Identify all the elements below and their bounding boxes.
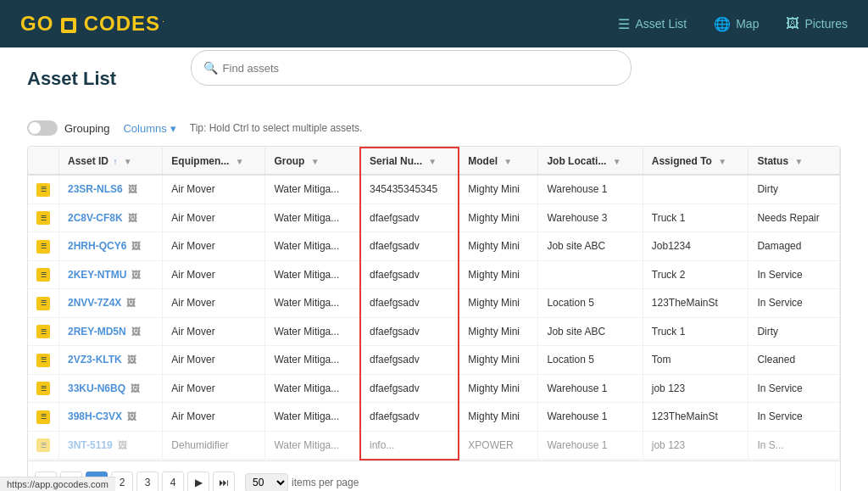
asset-id-cell[interactable]: 2VZ3-KLTK🖼	[59, 346, 163, 375]
assigned-to-cell: job 123	[643, 431, 748, 460]
columns-button[interactable]: Columns ▾	[123, 122, 175, 135]
asset-id-cell[interactable]: 2NVV-7Z4X🖼	[59, 289, 163, 318]
asset-id-value[interactable]: 2REY-MD5N	[68, 326, 126, 338]
filter-icon-model[interactable]: ▼	[504, 157, 512, 166]
equipment-cell: Air Mover	[163, 403, 265, 432]
filter-icon-job-location[interactable]: ▼	[613, 157, 621, 166]
asset-id-value[interactable]: 3NT-5119	[68, 439, 113, 451]
table-row: ☰2KEY-NTMU🖼Air MoverWater Mitiga...dfaef…	[28, 260, 840, 289]
th-assigned-to[interactable]: Assigned To ▼	[643, 148, 748, 175]
status-cell: In S...	[748, 431, 840, 460]
th-equipment[interactable]: Equipmen... ▼	[163, 148, 265, 175]
asset-id-cell[interactable]: 2KEY-NTMU🖼	[59, 260, 163, 289]
per-page-label: items per page	[292, 477, 359, 488]
logo-go: GO	[20, 12, 53, 35]
assigned-to-cell: 123TheMainSt	[643, 403, 748, 432]
page-header-row: Asset List 🔍	[27, 68, 841, 103]
job-location-cell: Warehouse 1	[538, 431, 643, 460]
group-cell: Water Mitiga...	[265, 403, 360, 432]
th-group[interactable]: Group ▼	[265, 148, 360, 175]
nav-map-label: Map	[736, 17, 759, 31]
assigned-to-cell	[643, 175, 748, 204]
th-status[interactable]: Status ▼	[748, 148, 840, 175]
asset-id-cell[interactable]: 23SR-NLS6🖼	[59, 175, 163, 204]
serial-num-cell: dfaefgsadv	[360, 289, 459, 318]
assigned-to-cell: Truck 1	[643, 204, 748, 232]
filter-icon-group[interactable]: ▼	[311, 157, 320, 166]
asset-id-value[interactable]: 2NVV-7Z4X	[68, 297, 121, 309]
tip-text: Tip: Hold Ctrl to select multiple assets…	[190, 122, 363, 134]
job-location-cell: Location 5	[538, 346, 643, 375]
row-icon-cell: ☰	[28, 317, 59, 346]
asset-id-value[interactable]: 2HRH-QCY6	[68, 240, 126, 252]
th-row-icon	[28, 148, 59, 175]
page-last-btn[interactable]: ⏭	[213, 471, 235, 492]
group-cell: Water Mitiga...	[265, 204, 360, 232]
map-icon: 🌐	[714, 16, 731, 32]
nav-asset-list[interactable]: ☰ Asset List	[618, 16, 687, 32]
status-cell: In Service	[748, 374, 840, 403]
nav-map[interactable]: 🌐 Map	[714, 16, 759, 32]
th-asset-id[interactable]: Asset ID ↑ ▼	[59, 148, 163, 175]
assigned-to-cell: Truck 1	[643, 317, 748, 346]
asset-table-wrapper: Asset ID ↑ ▼ Equipmen... ▼ Group ▼ Seria…	[27, 146, 841, 491]
page-next-btn[interactable]: ▶	[187, 471, 209, 492]
filter-icon-serial[interactable]: ▼	[428, 157, 437, 166]
assigned-to-cell: Job1234	[643, 232, 748, 261]
model-cell: Mighty Mini	[459, 289, 538, 318]
asset-icon: ☰	[36, 325, 50, 338]
columns-label: Columns	[123, 122, 166, 135]
group-cell: Water Mitiga...	[265, 232, 360, 261]
asset-list-icon: ☰	[618, 16, 630, 32]
table-row: ☰398H-C3VX🖼Air MoverWater Mitiga...dfaef…	[28, 403, 840, 432]
asset-id-cell[interactable]: 398H-C3VX🖼	[59, 403, 163, 432]
logo: GO CODES .	[20, 12, 164, 36]
grouping-toggle[interactable]	[27, 120, 58, 136]
row-icon-cell: ☰	[28, 374, 59, 403]
grouping-label: Grouping	[64, 122, 109, 135]
url-bar: https://app.gocodes.com	[0, 477, 115, 491]
per-page-dropdown[interactable]: 50 25 100	[245, 473, 288, 492]
th-model[interactable]: Model ▼	[459, 148, 538, 175]
asset-id-cell[interactable]: 2REY-MD5N🖼	[59, 317, 163, 346]
photo-icon: 🖼	[131, 270, 141, 280]
serial-num-cell: dfaefgsadv	[360, 403, 459, 432]
group-cell: Water Mitiga...	[265, 175, 360, 204]
asset-id-value[interactable]: 2KEY-NTMU	[68, 269, 126, 281]
asset-table: Asset ID ↑ ▼ Equipmen... ▼ Group ▼ Seria…	[28, 147, 840, 460]
th-job-location[interactable]: Job Locati... ▼	[538, 148, 643, 175]
asset-id-cell[interactable]: 2C8V-CF8K🖼	[59, 204, 163, 232]
page-3-btn[interactable]: 3	[136, 471, 159, 492]
asset-id-cell[interactable]: 2HRH-QCY6🖼	[59, 232, 163, 261]
asset-id-cell[interactable]: 33KU-N6BQ🖼	[59, 374, 163, 403]
th-serial-num[interactable]: Serial Nu... ▼	[360, 148, 459, 175]
main-content: Asset List 🔍 Grouping Columns ▾ Tip: Hol…	[0, 47, 868, 491]
row-icon-cell: ☰	[28, 346, 59, 375]
asset-id-value[interactable]: 398H-C3VX	[68, 410, 122, 422]
filter-icon-asset-id[interactable]: ▼	[124, 157, 132, 166]
asset-id-value[interactable]: 2C8V-CF8K	[68, 212, 123, 224]
page-4-btn[interactable]: 4	[162, 471, 184, 492]
status-cell: Cleaned	[748, 346, 840, 375]
search-icon: 🔍	[203, 61, 218, 75]
filter-icon-assigned-to[interactable]: ▼	[718, 157, 726, 166]
assigned-to-cell: Truck 2	[643, 260, 748, 289]
status-cell: In Service	[748, 260, 840, 289]
search-input[interactable]	[223, 62, 619, 75]
asset-id-value[interactable]: 33KU-N6BQ	[68, 382, 125, 394]
asset-id-value[interactable]: 23SR-NLS6	[68, 183, 123, 195]
photo-icon: 🖼	[128, 213, 137, 223]
filter-icon-equipment[interactable]: ▼	[236, 157, 244, 166]
asset-id-cell[interactable]: 3NT-5119🖼	[59, 431, 163, 460]
logo-icon	[61, 18, 76, 33]
model-cell: XPOWER	[459, 431, 538, 460]
filter-icon-status[interactable]: ▼	[794, 157, 803, 166]
photo-icon: 🖼	[131, 241, 141, 251]
row-icon-cell: ☰	[28, 260, 59, 289]
equipment-cell: Air Mover	[163, 232, 265, 261]
serial-num-cell: 345435345345	[360, 175, 459, 204]
nav-pictures[interactable]: 🖼 Pictures	[786, 16, 848, 31]
group-cell: Water Mitiga...	[265, 317, 360, 346]
serial-num-cell: dfaefgsadv	[360, 260, 459, 289]
asset-id-value[interactable]: 2VZ3-KLTK	[68, 354, 122, 365]
